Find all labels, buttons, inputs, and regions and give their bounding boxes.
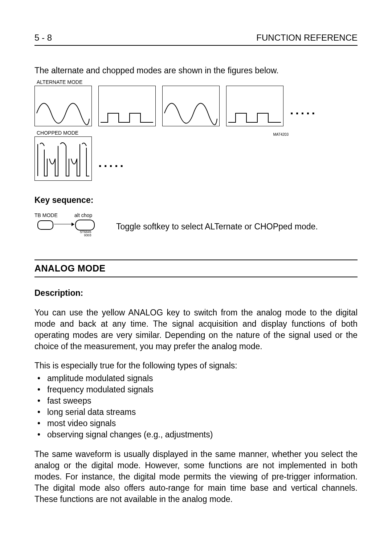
chopped-box bbox=[34, 136, 92, 181]
description-title: Description: bbox=[34, 288, 358, 298]
section-divider: ANALOG MODE bbox=[34, 260, 358, 277]
figure-code: MAT4203 bbox=[260, 132, 289, 136]
altchop-button bbox=[75, 220, 95, 230]
ellipsis-dots-2: . . . . . bbox=[98, 156, 123, 169]
tbmode-label: TB MODE bbox=[34, 212, 58, 218]
list-item: most video signals bbox=[34, 418, 358, 429]
paragraph-3: The same waveform is usually displayed i… bbox=[34, 449, 358, 505]
key-sequence-row: TB MODE alt chop ST6845 9303 Toggle soft… bbox=[34, 212, 358, 238]
diagram-code-2: 9303 bbox=[80, 234, 91, 237]
chopped-row: . . . . . bbox=[34, 136, 358, 181]
softkey-diagram: TB MODE alt chop ST6845 9303 bbox=[34, 212, 107, 238]
section-title: ANALOG MODE bbox=[34, 260, 358, 277]
arrow-icon bbox=[54, 224, 74, 224]
list-item: fast sweeps bbox=[34, 395, 358, 407]
header-title: FUNCTION REFERENCE bbox=[256, 33, 358, 43]
intro-text: The alternate and chopped modes are show… bbox=[34, 66, 358, 76]
paragraph-1: You can use the yellow ANALOG key to swi… bbox=[34, 307, 358, 352]
page-header: 5 - 8 FUNCTION REFERENCE bbox=[34, 33, 358, 46]
signal-list: amplitude modulated signals frequency mo… bbox=[34, 373, 358, 440]
list-item: amplitude modulated signals bbox=[34, 373, 358, 384]
key-sequence-title: Key sequence: bbox=[34, 195, 358, 205]
sine-box-1 bbox=[34, 86, 92, 126]
page-number: 5 - 8 bbox=[34, 33, 52, 43]
list-item: long serial data streams bbox=[34, 407, 358, 418]
rule-bottom bbox=[34, 277, 358, 277]
sine-box-2 bbox=[162, 86, 220, 126]
chopped-mode-label: CHOPPED MODE bbox=[37, 130, 78, 136]
softkey-description: Toggle softkey to select ALTernate or CH… bbox=[116, 222, 318, 232]
altchop-label: alt chop bbox=[74, 212, 92, 218]
alternate-row: . . . . . bbox=[34, 86, 358, 126]
ellipsis-dots-1: . . . . . bbox=[290, 104, 314, 116]
alternate-chopped-diagram: ALTERNATE MODE . . . . . CHOPPED MODE MA… bbox=[34, 79, 358, 181]
list-item: frequency modulated signals bbox=[34, 384, 358, 395]
alternate-mode-label: ALTERNATE MODE bbox=[37, 79, 358, 85]
square-box-1 bbox=[98, 86, 156, 126]
page: 5 - 8 FUNCTION REFERENCE The alternate a… bbox=[0, 0, 392, 555]
tbmode-button bbox=[37, 220, 53, 230]
square-box-2 bbox=[226, 86, 283, 126]
list-item: observing signal changes (e.g., adjustme… bbox=[34, 429, 358, 440]
paragraph-2: This is especially true for the followin… bbox=[34, 360, 358, 371]
